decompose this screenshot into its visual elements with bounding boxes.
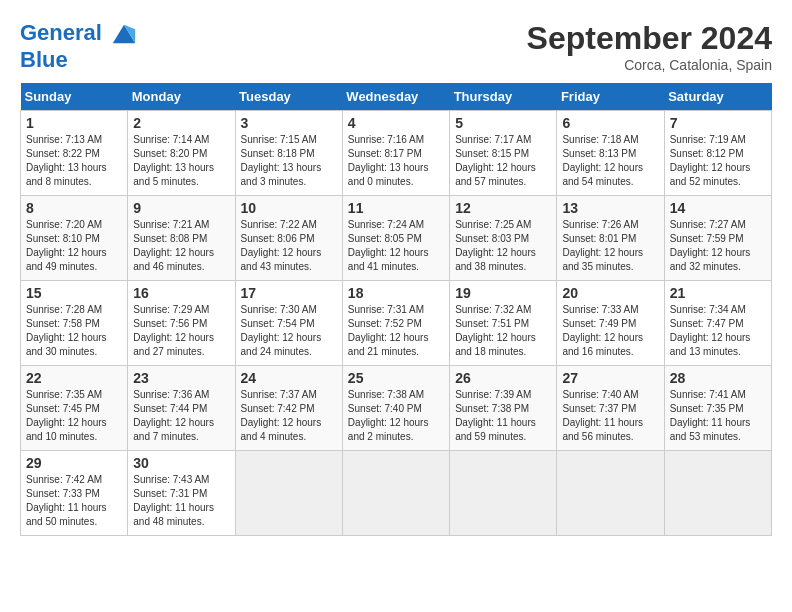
day-detail: Sunrise: 7:43 AMSunset: 7:31 PMDaylight:… [133,473,229,529]
title-block: September 2024 Corca, Catalonia, Spain [527,20,772,73]
day-number: 9 [133,200,229,216]
day-number: 17 [241,285,337,301]
day-number: 14 [670,200,766,216]
day-detail: Sunrise: 7:22 AMSunset: 8:06 PMDaylight:… [241,218,337,274]
calendar-cell: 23Sunrise: 7:36 AMSunset: 7:44 PMDayligh… [128,366,235,451]
calendar-cell [450,451,557,536]
day-headers-row: SundayMondayTuesdayWednesdayThursdayFrid… [21,83,772,111]
day-number: 18 [348,285,444,301]
calendar-cell: 2Sunrise: 7:14 AMSunset: 8:20 PMDaylight… [128,111,235,196]
day-number: 28 [670,370,766,386]
calendar-cell [557,451,664,536]
calendar-cell: 21Sunrise: 7:34 AMSunset: 7:47 PMDayligh… [664,281,771,366]
calendar-cell [342,451,449,536]
calendar-cell: 8Sunrise: 7:20 AMSunset: 8:10 PMDaylight… [21,196,128,281]
week-row-1: 1Sunrise: 7:13 AMSunset: 8:22 PMDaylight… [21,111,772,196]
day-header-saturday: Saturday [664,83,771,111]
day-number: 20 [562,285,658,301]
day-detail: Sunrise: 7:40 AMSunset: 7:37 PMDaylight:… [562,388,658,444]
day-detail: Sunrise: 7:36 AMSunset: 7:44 PMDaylight:… [133,388,229,444]
day-header-sunday: Sunday [21,83,128,111]
logo-text: General [20,20,138,48]
calendar-cell: 25Sunrise: 7:38 AMSunset: 7:40 PMDayligh… [342,366,449,451]
calendar-cell: 17Sunrise: 7:30 AMSunset: 7:54 PMDayligh… [235,281,342,366]
day-number: 30 [133,455,229,471]
calendar-cell: 24Sunrise: 7:37 AMSunset: 7:42 PMDayligh… [235,366,342,451]
day-number: 11 [348,200,444,216]
calendar-cell: 3Sunrise: 7:15 AMSunset: 8:18 PMDaylight… [235,111,342,196]
calendar-cell [664,451,771,536]
day-detail: Sunrise: 7:24 AMSunset: 8:05 PMDaylight:… [348,218,444,274]
calendar-cell: 26Sunrise: 7:39 AMSunset: 7:38 PMDayligh… [450,366,557,451]
calendar-cell: 14Sunrise: 7:27 AMSunset: 7:59 PMDayligh… [664,196,771,281]
day-detail: Sunrise: 7:30 AMSunset: 7:54 PMDaylight:… [241,303,337,359]
week-row-5: 29Sunrise: 7:42 AMSunset: 7:33 PMDayligh… [21,451,772,536]
calendar-cell: 11Sunrise: 7:24 AMSunset: 8:05 PMDayligh… [342,196,449,281]
day-detail: Sunrise: 7:14 AMSunset: 8:20 PMDaylight:… [133,133,229,189]
logo-blue: Blue [20,48,138,72]
day-detail: Sunrise: 7:41 AMSunset: 7:35 PMDaylight:… [670,388,766,444]
calendar-cell: 1Sunrise: 7:13 AMSunset: 8:22 PMDaylight… [21,111,128,196]
day-detail: Sunrise: 7:28 AMSunset: 7:58 PMDaylight:… [26,303,122,359]
day-detail: Sunrise: 7:29 AMSunset: 7:56 PMDaylight:… [133,303,229,359]
calendar-cell: 4Sunrise: 7:16 AMSunset: 8:17 PMDaylight… [342,111,449,196]
calendar-cell: 27Sunrise: 7:40 AMSunset: 7:37 PMDayligh… [557,366,664,451]
day-number: 4 [348,115,444,131]
day-detail: Sunrise: 7:37 AMSunset: 7:42 PMDaylight:… [241,388,337,444]
logo: General Blue [20,20,138,72]
day-header-monday: Monday [128,83,235,111]
calendar-cell: 6Sunrise: 7:18 AMSunset: 8:13 PMDaylight… [557,111,664,196]
day-number: 6 [562,115,658,131]
day-number: 5 [455,115,551,131]
day-number: 24 [241,370,337,386]
calendar-cell: 19Sunrise: 7:32 AMSunset: 7:51 PMDayligh… [450,281,557,366]
day-number: 1 [26,115,122,131]
calendar-cell: 16Sunrise: 7:29 AMSunset: 7:56 PMDayligh… [128,281,235,366]
calendar-cell: 18Sunrise: 7:31 AMSunset: 7:52 PMDayligh… [342,281,449,366]
day-header-tuesday: Tuesday [235,83,342,111]
week-row-2: 8Sunrise: 7:20 AMSunset: 8:10 PMDaylight… [21,196,772,281]
day-number: 12 [455,200,551,216]
calendar-cell: 13Sunrise: 7:26 AMSunset: 8:01 PMDayligh… [557,196,664,281]
calendar-cell: 15Sunrise: 7:28 AMSunset: 7:58 PMDayligh… [21,281,128,366]
day-detail: Sunrise: 7:20 AMSunset: 8:10 PMDaylight:… [26,218,122,274]
day-number: 29 [26,455,122,471]
day-detail: Sunrise: 7:31 AMSunset: 7:52 PMDaylight:… [348,303,444,359]
calendar-cell: 5Sunrise: 7:17 AMSunset: 8:15 PMDaylight… [450,111,557,196]
logo-icon [110,20,138,48]
day-detail: Sunrise: 7:42 AMSunset: 7:33 PMDaylight:… [26,473,122,529]
day-number: 3 [241,115,337,131]
day-number: 15 [26,285,122,301]
day-number: 19 [455,285,551,301]
day-number: 7 [670,115,766,131]
day-detail: Sunrise: 7:26 AMSunset: 8:01 PMDaylight:… [562,218,658,274]
day-number: 21 [670,285,766,301]
day-detail: Sunrise: 7:38 AMSunset: 7:40 PMDaylight:… [348,388,444,444]
day-detail: Sunrise: 7:34 AMSunset: 7:47 PMDaylight:… [670,303,766,359]
calendar-cell: 10Sunrise: 7:22 AMSunset: 8:06 PMDayligh… [235,196,342,281]
week-row-3: 15Sunrise: 7:28 AMSunset: 7:58 PMDayligh… [21,281,772,366]
calendar-table: SundayMondayTuesdayWednesdayThursdayFrid… [20,83,772,536]
day-detail: Sunrise: 7:32 AMSunset: 7:51 PMDaylight:… [455,303,551,359]
day-number: 10 [241,200,337,216]
day-detail: Sunrise: 7:13 AMSunset: 8:22 PMDaylight:… [26,133,122,189]
day-detail: Sunrise: 7:35 AMSunset: 7:45 PMDaylight:… [26,388,122,444]
calendar-cell: 22Sunrise: 7:35 AMSunset: 7:45 PMDayligh… [21,366,128,451]
day-detail: Sunrise: 7:16 AMSunset: 8:17 PMDaylight:… [348,133,444,189]
day-number: 22 [26,370,122,386]
calendar-cell: 20Sunrise: 7:33 AMSunset: 7:49 PMDayligh… [557,281,664,366]
month-title: September 2024 [527,20,772,57]
day-number: 13 [562,200,658,216]
calendar-cell: 29Sunrise: 7:42 AMSunset: 7:33 PMDayligh… [21,451,128,536]
day-number: 25 [348,370,444,386]
day-header-friday: Friday [557,83,664,111]
calendar-cell: 9Sunrise: 7:21 AMSunset: 8:08 PMDaylight… [128,196,235,281]
day-detail: Sunrise: 7:17 AMSunset: 8:15 PMDaylight:… [455,133,551,189]
day-detail: Sunrise: 7:15 AMSunset: 8:18 PMDaylight:… [241,133,337,189]
day-detail: Sunrise: 7:21 AMSunset: 8:08 PMDaylight:… [133,218,229,274]
day-number: 23 [133,370,229,386]
day-detail: Sunrise: 7:19 AMSunset: 8:12 PMDaylight:… [670,133,766,189]
day-detail: Sunrise: 7:27 AMSunset: 7:59 PMDaylight:… [670,218,766,274]
calendar-cell: 30Sunrise: 7:43 AMSunset: 7:31 PMDayligh… [128,451,235,536]
day-header-wednesday: Wednesday [342,83,449,111]
